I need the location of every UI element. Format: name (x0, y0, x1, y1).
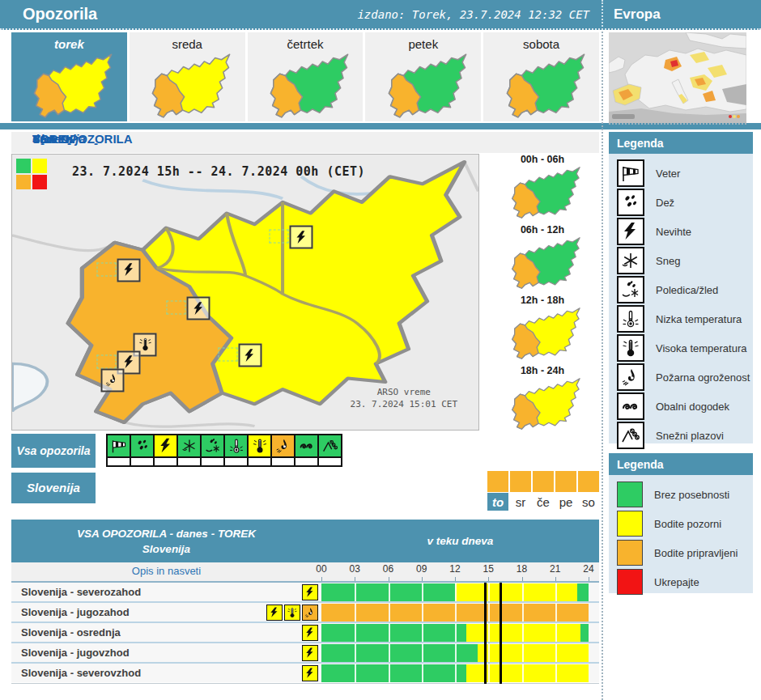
grid-line (422, 644, 423, 662)
warning-timeline-bar (321, 664, 589, 682)
legend-level-label: Ukrepajte (654, 576, 699, 588)
grid-line (389, 604, 390, 622)
europe-map-thumbnail[interactable] (609, 32, 746, 125)
table-row: Slovenija - jugovzhod (11, 643, 599, 664)
table-header-line2: Slovenija (142, 541, 190, 557)
level-swatch-red (617, 569, 643, 595)
nevihte-icon (302, 645, 318, 661)
nevihte-icon (238, 344, 261, 367)
level-swatch-orange (617, 540, 643, 566)
legend-item-sneg: Sneg (617, 246, 753, 275)
row-warning-icons (251, 665, 321, 681)
grid-line (488, 644, 490, 662)
region-row-label: Slovenija - jugovzhod (11, 647, 251, 659)
tab-day-sreda[interactable]: sreda (130, 32, 245, 121)
day-select-to[interactable]: to (487, 471, 508, 511)
tab-day-sobota[interactable]: sobota (483, 32, 599, 121)
legend-item-label: Obalni dogodek (656, 401, 729, 413)
icon-legend: Veter DežNevihte Sneg Poledica/žled Nizk… (609, 154, 753, 443)
region-label: Slovenija (11, 473, 96, 503)
period-map-4: 18h - 24h (486, 365, 599, 431)
tab-label: torek (11, 37, 127, 51)
current-time-line (484, 583, 487, 684)
grid-line (355, 604, 356, 622)
hour-label: 15 (483, 563, 494, 575)
legend-item-label: Veter (656, 168, 680, 180)
period-map-1: 00h - 06h (486, 154, 599, 219)
hour-tick (488, 577, 489, 581)
warning-timeline-bar (321, 604, 589, 622)
grid-line (355, 664, 356, 682)
grid-line (555, 604, 557, 622)
timeline-segment-green (321, 644, 478, 662)
legend-level-label: Brez posebnosti (654, 489, 729, 501)
grid-line (522, 583, 524, 601)
level-swatch-green (16, 159, 31, 173)
europe-panel-title: Evropa (614, 6, 661, 23)
day-select-pe[interactable]: pe (555, 471, 576, 511)
nevihte-icon (117, 258, 141, 282)
nevihte-icon (290, 226, 313, 249)
hour-tick (422, 577, 423, 581)
timeline-segment-green (321, 664, 466, 682)
warning-filter-dez[interactable] (130, 434, 151, 467)
hour-tick (589, 577, 589, 581)
timeline-segment-green (321, 624, 466, 642)
timeline-segment-green (580, 624, 589, 642)
region-row-label: Slovenija - jugozahod (11, 606, 251, 618)
warning-filter-snezni-plazovi[interactable] (317, 434, 339, 467)
row-warning-icons (251, 645, 321, 661)
warning-filter-slot (270, 458, 295, 467)
overview-title: VSA OPOZORILA-danes-TOREK-Slovenija (11, 132, 599, 153)
warning-filter-slot (317, 458, 342, 467)
warning-filter-veter[interactable] (106, 434, 128, 467)
warnings-page: Opozorila izdano: Torek, 23.7.2024 12:32… (0, 0, 761, 700)
warning-filter-pozarna-ogrozenost[interactable] (270, 434, 292, 467)
warning-filter-visoka-temperatura[interactable] (247, 434, 269, 467)
warning-filter-nevihte[interactable] (153, 434, 175, 467)
table-header-left: VSA OPOZORILA - danes - TOREK Slovenija (11, 520, 321, 562)
legend-item-poledica-zled: Poledica/žled (617, 275, 753, 304)
timeline-segment-yellow (478, 644, 589, 662)
warning-filter-sneg[interactable] (176, 434, 198, 467)
pozarna-ogrozenost-icon (302, 605, 318, 621)
warning-timeline-bar (321, 583, 589, 601)
legend-item-label: Visoka temperatura (656, 342, 747, 354)
nevihte-icon (302, 665, 318, 681)
hour-tick (455, 577, 456, 581)
pozarna-ogrozenost-icon (617, 363, 644, 391)
legend-level-label: Bodite pozorni (654, 518, 721, 530)
grid-line (455, 664, 457, 682)
tab-label: petek (365, 37, 481, 51)
header-bar: Opozorila izdano: Torek, 23.7.2024 12:32… (0, 0, 761, 30)
table-rows: Slovenija - severozahodSlovenija - jugoz… (11, 583, 599, 682)
tab-day-petek[interactable]: petek (365, 32, 481, 121)
grid-line (522, 624, 524, 642)
period-map-2: 06h - 12h (486, 224, 599, 290)
grid-line (389, 664, 390, 682)
legend-item-snezni-plazovi: Snežni plazovi (617, 421, 753, 450)
period-label: 18h - 24h (486, 365, 599, 376)
slovenia-mini-map (483, 53, 599, 119)
grid-line (355, 644, 356, 662)
period-label: 00h - 06h (486, 154, 599, 165)
warning-filter-slot (153, 458, 178, 467)
tab-day-četrtek[interactable]: četrtek (248, 32, 363, 121)
row-warning-icons (251, 584, 321, 600)
warning-filter-nizka-temperatura[interactable] (223, 434, 245, 467)
warning-filter-obalni-dogodek[interactable] (294, 434, 316, 467)
legend-item-veter: Veter (617, 159, 753, 188)
day-level-swatch (510, 471, 531, 492)
day-select-če[interactable]: če (533, 471, 554, 511)
sidebar-divider (602, 0, 603, 700)
pozarna-ogrozenost-icon (100, 368, 124, 392)
table-row: Slovenija - jugozahod (11, 603, 599, 623)
grid-line (389, 624, 390, 642)
tab-day-torek[interactable]: torek (11, 32, 127, 121)
day-select-so[interactable]: so (578, 471, 599, 511)
poledica-zled-icon (617, 276, 644, 303)
legend-level-orange: Bodite pripravljeni (617, 538, 753, 567)
day-select-sr[interactable]: sr (510, 471, 531, 511)
grid-line (422, 583, 423, 601)
warning-filter-poledica-zled[interactable] (200, 434, 222, 467)
